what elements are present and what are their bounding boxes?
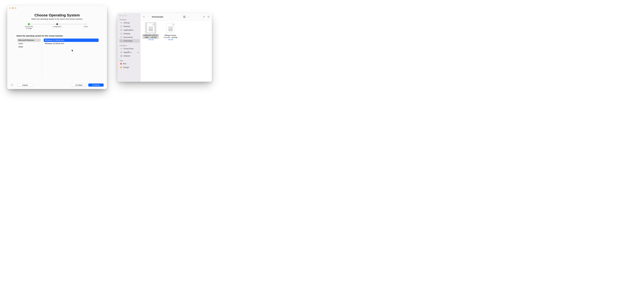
file-item-iso[interactable]: 22000.832.220715-1440.…-US.ISO 7,89 GB xyxy=(142,22,159,40)
os-version-win10[interactable]: Windows 10 64-bit Arm xyxy=(44,42,98,45)
sidebar-item-userdrive[interactable]: Nguyễn's… ⏏ xyxy=(119,50,140,54)
file-size-label: 700 MB xyxy=(162,39,179,40)
os-version-list: Windows 11 64-bit Arm Windows 10 64-bit … xyxy=(42,38,98,77)
sidebar-section-locations: Locations xyxy=(120,45,140,46)
svg-rect-8 xyxy=(185,16,185,16)
airdrop-icon xyxy=(120,22,122,24)
file-item-dmg[interactable]: VMware-Fusion-e.x.p-20…sal.dmg 700 MB xyxy=(162,22,179,40)
cloud-icon xyxy=(120,48,122,50)
sidebar-tag-red[interactable]: Red xyxy=(119,62,140,65)
sidebar-item-desktop[interactable]: Desktop xyxy=(119,32,140,35)
svg-rect-5 xyxy=(120,52,122,53)
sidebar-item-documents[interactable]: Documents xyxy=(119,35,140,39)
wizard-footer: ? Cancel Go Back Continue xyxy=(7,83,107,89)
step-label-finish: Finish xyxy=(82,26,89,27)
traffic-zoom-icon[interactable] xyxy=(125,15,126,16)
os-category-list: Microsoft Windows 〉 Linux 〉 Other 〉 xyxy=(17,38,42,77)
traffic-zoom-icon[interactable] xyxy=(15,7,16,9)
os-category-linux[interactable]: Linux 〉 xyxy=(17,42,41,45)
window-traffic-lights xyxy=(9,7,16,9)
file-icon xyxy=(165,22,176,33)
os-version-label: Windows 11 64-bit Arm xyxy=(45,39,64,42)
finder-sidebar: Favorites AirDrop Recents Applications D… xyxy=(118,13,141,82)
sidebar-item-label: Recents xyxy=(124,25,130,28)
sidebar-item-label: Desktop xyxy=(124,32,130,35)
os-version-win11[interactable]: Windows 11 64-bit Arm xyxy=(44,38,98,42)
sidebar-item-recents[interactable]: Recents xyxy=(119,25,140,28)
view-mode-dropdown[interactable] xyxy=(188,15,189,18)
step-label-config: Configuration xyxy=(52,26,63,27)
nav-forward-button[interactable] xyxy=(147,15,150,18)
sidebar-item-icloud[interactable]: iCloud Drive xyxy=(119,47,140,50)
file-name-label: VMware-Fusion-e.x.p-20…sal.dmg xyxy=(162,34,179,39)
os-category-other[interactable]: Other 〉 xyxy=(17,45,41,48)
sidebar-item-applications[interactable]: Applications xyxy=(119,28,140,32)
svg-rect-7 xyxy=(184,16,184,16)
step-dot-choose-disc xyxy=(28,23,30,25)
sidebar-item-airdrop[interactable]: AirDrop xyxy=(119,21,140,25)
tag-dot-icon xyxy=(120,63,122,65)
sidebar-tag-orange[interactable]: Orange xyxy=(119,65,140,69)
traffic-close-icon[interactable] xyxy=(119,15,121,16)
eject-icon[interactable]: ⏏ xyxy=(137,51,139,53)
wizard-stepper: Choose Disc or Image Configuration Finis… xyxy=(27,23,87,30)
finder-title: Downloads xyxy=(152,15,163,18)
go-back-button[interactable]: Go Back xyxy=(71,83,87,87)
traffic-close-icon[interactable] xyxy=(9,7,11,9)
stepper-line xyxy=(29,24,56,24)
vmware-wizard-window: Choose Operating System Select the opera… xyxy=(7,5,107,89)
sidebar-item-label: Downloads xyxy=(124,40,132,42)
os-version-label: Windows 10 64-bit Arm xyxy=(45,42,64,45)
nav-back-button[interactable] xyxy=(142,15,146,18)
cancel-button[interactable]: Cancel xyxy=(17,83,32,87)
view-mode-button[interactable] xyxy=(183,15,186,18)
chevron-right-icon: 〉 xyxy=(38,45,40,48)
os-selection-panel: Microsoft Windows 〉 Linux 〉 Other 〉 Wind… xyxy=(17,38,98,77)
file-icon xyxy=(145,22,156,33)
wizard-title: Choose Operating System xyxy=(7,13,107,17)
svg-rect-10 xyxy=(185,17,185,18)
step-label-choose: Choose Disc or Image xyxy=(24,26,34,29)
sidebar-item-label: Nguyễn's… xyxy=(124,51,133,53)
sidebar-item-downloads[interactable]: Downloads xyxy=(119,39,140,43)
select-os-prompt: Select the operating system for this vir… xyxy=(16,35,107,37)
sidebar-item-label: Network xyxy=(124,55,130,57)
sidebar-section-favorites: Favorites xyxy=(120,19,140,20)
sidebar-item-network[interactable]: Network xyxy=(119,54,140,58)
os-category-windows[interactable]: Microsoft Windows 〉 xyxy=(17,38,41,42)
sidebar-item-label: Documents xyxy=(124,36,133,38)
os-category-label: Linux xyxy=(18,42,23,45)
finder-window: Favorites AirDrop Recents Applications D… xyxy=(118,13,212,82)
disk-image-icon xyxy=(147,23,154,33)
continue-button[interactable]: Continue xyxy=(88,83,104,87)
finder-traffic-lights xyxy=(119,15,140,16)
search-button[interactable] xyxy=(208,15,210,18)
sidebar-item-label: Applications xyxy=(124,29,133,31)
traffic-minimize-icon[interactable] xyxy=(122,15,124,16)
sidebar-item-label: Orange xyxy=(123,66,129,69)
computer-icon xyxy=(120,51,122,53)
traffic-minimize-icon[interactable] xyxy=(12,7,14,9)
desktop-icon xyxy=(120,32,122,35)
globe-icon xyxy=(120,55,122,57)
os-category-label: Other xyxy=(18,45,23,48)
toolbar-overflow-button[interactable] xyxy=(203,15,205,18)
sidebar-item-label: AirDrop xyxy=(124,21,130,24)
file-name-label: 22000.832.220715-1440.…-US.ISO xyxy=(142,34,159,39)
file-size-label: 7,89 GB xyxy=(142,39,159,40)
disk-image-icon xyxy=(167,23,174,33)
tag-dot-icon xyxy=(120,66,122,68)
os-category-label: Microsoft Windows xyxy=(18,39,34,42)
finder-icon-grid[interactable]: 22000.832.220715-1440.…-US.ISO 7,89 GB V… xyxy=(141,20,212,82)
finder-main: Downloads xyxy=(141,13,212,82)
step-dot-configuration xyxy=(56,23,58,25)
clock-icon xyxy=(120,25,122,27)
sidebar-item-label: iCloud Drive xyxy=(124,47,134,50)
sidebar-section-tags: Tags xyxy=(120,60,140,61)
document-icon xyxy=(120,36,122,38)
step-dot-finish xyxy=(85,23,87,25)
help-button[interactable]: ? xyxy=(10,84,13,86)
finder-toolbar: Downloads xyxy=(141,13,212,20)
wizard-subtitle: Select the operating system to be used i… xyxy=(7,18,107,20)
downloads-icon xyxy=(120,40,122,42)
